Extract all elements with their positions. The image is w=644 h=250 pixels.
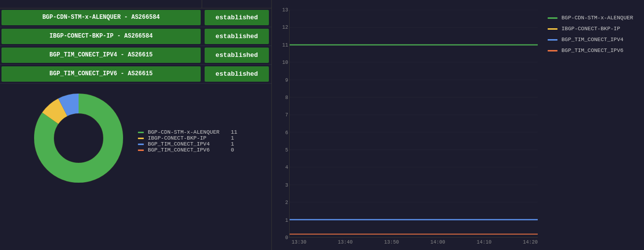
table-row: BGP-CDN-STM-x-ALENQUER - AS266584 establ… xyxy=(0,8,271,27)
table-row: IBGP-CONECT-BKP-IP - AS266584 establishe… xyxy=(0,27,271,46)
legend-color-0 xyxy=(138,132,144,133)
chart-legend-color-1 xyxy=(548,28,558,30)
chart-legend-label-3: BGP_TIM_CONECT_IPV6 xyxy=(561,48,623,53)
chart-legend-color-0 xyxy=(548,17,558,19)
legend-name-1: IBGP-CONECT-BKP-IP xyxy=(148,135,227,141)
legend-value-2: 1 xyxy=(231,141,234,147)
state-header xyxy=(202,0,271,8)
y-label-11: 11 xyxy=(282,42,288,48)
pie-legend-item-1: IBGP-CONECT-BKP-IP 1 xyxy=(138,135,237,141)
peer-name-header xyxy=(0,0,202,8)
chart-legend-item-1: IBGP-CONECT-BKP-IP xyxy=(548,26,637,32)
chart-legend-label-0: BGP-CDN-STM-x-ALENQUER xyxy=(561,15,633,21)
legend-name-0: BGP-CDN-STM-x-ALENQUER xyxy=(148,129,227,135)
y-axis: 131211109876543210 xyxy=(279,10,289,238)
table-header xyxy=(0,0,271,8)
chart-legend: BGP-CDN-STM-x-ALENQUER IBGP-CONECT-BKP-I… xyxy=(538,10,637,245)
peer-cell-3: BGP_TIM_CONECT_IPV6 - AS26615 xyxy=(1,66,201,82)
state-cell-2: established xyxy=(202,46,271,64)
state-cell-0: established xyxy=(202,8,271,27)
chart-legend-color-3 xyxy=(548,50,558,51)
peer-table: BGP-CDN-STM-x-ALENQUER - AS266584 establ… xyxy=(0,0,271,84)
pie-legend: BGP-CDN-STM-x-ALENQUER 11 IBGP-CONECT-BK… xyxy=(138,123,237,153)
table-row: BGP_TIM_CONECT_IPV6 - AS26615 establishe… xyxy=(0,65,271,84)
chart-legend-item-3: BGP_TIM_CONECT_IPV6 xyxy=(548,48,637,53)
legend-name-3: BGP_TIM_CONECT_IPV6 xyxy=(148,147,227,153)
y-label-4: 4 xyxy=(285,165,288,170)
y-label-10: 10 xyxy=(282,60,288,65)
pie-legend-item-0: BGP-CDN-STM-x-ALENQUER 11 xyxy=(138,129,237,135)
left-panel: BGP-CDN-STM-x-ALENQUER - AS266584 establ… xyxy=(0,0,272,250)
y-label-2: 2 xyxy=(285,200,288,205)
x-label-13:40: 13:40 xyxy=(338,240,353,245)
legend-color-2 xyxy=(138,144,144,145)
x-label-14:20: 14:20 xyxy=(523,240,538,245)
legend-value-0: 11 xyxy=(231,129,237,135)
chart-grid xyxy=(289,10,538,238)
state-cell-1: established xyxy=(202,27,271,46)
legend-value-1: 1 xyxy=(231,135,234,141)
x-label-13:50: 13:50 xyxy=(384,240,399,245)
y-label-8: 8 xyxy=(285,95,288,100)
peer-cell-1: IBGP-CONECT-BKP-IP - AS266584 xyxy=(1,29,201,44)
main-container: BGP-CDN-STM-x-ALENQUER - AS266584 establ… xyxy=(0,0,644,250)
y-label-5: 5 xyxy=(285,148,288,153)
y-label-3: 3 xyxy=(285,182,288,188)
state-badge-1: established xyxy=(205,29,269,44)
chart-legend-label-1: IBGP-CONECT-BKP-IP xyxy=(561,26,620,32)
chart-legend-label-2: BGP_TIM_CONECT_IPV4 xyxy=(561,37,623,43)
legend-color-3 xyxy=(138,150,144,151)
y-label-0: 0 xyxy=(285,235,288,241)
state-badge-0: established xyxy=(205,10,269,25)
chart-area: 131211109876543210 xyxy=(279,10,637,245)
x-axis: 13:3013:4013:5014:0014:1014:20 xyxy=(279,238,538,245)
chart-legend-color-2 xyxy=(548,39,558,41)
x-label-13:30: 13:30 xyxy=(292,240,306,245)
svg-point-4 xyxy=(55,114,102,162)
y-label-12: 12 xyxy=(282,25,288,30)
y-label-1: 1 xyxy=(285,217,288,223)
x-label-14:10: 14:10 xyxy=(476,240,491,245)
pie-content: BGP-CDN-STM-x-ALENQUER 11 IBGP-CONECT-BK… xyxy=(34,94,237,183)
y-label-9: 9 xyxy=(285,77,288,83)
peer-cell-2: BGP_TIM_CONECT_IPV4 - AS26615 xyxy=(1,48,201,63)
chart-legend-item-2: BGP_TIM_CONECT_IPV4 xyxy=(548,37,637,43)
state-cell-3: established xyxy=(202,65,271,83)
table-row: BGP_TIM_CONECT_IPV4 - AS26615 establishe… xyxy=(0,46,271,65)
y-label-6: 6 xyxy=(285,130,288,135)
right-panel: 131211109876543210 xyxy=(272,0,644,250)
pie-legend-item-3: BGP_TIM_CONECT_IPV6 0 xyxy=(138,147,237,153)
chart-legend-item-0: BGP-CDN-STM-x-ALENQUER xyxy=(548,15,637,21)
pie-chart xyxy=(34,94,123,183)
y-label-7: 7 xyxy=(285,112,288,118)
x-label-14:00: 14:00 xyxy=(430,240,445,245)
peer-cell-0: BGP-CDN-STM-x-ALENQUER - AS266584 xyxy=(1,10,201,25)
legend-name-2: BGP_TIM_CONECT_IPV4 xyxy=(148,141,227,147)
chart-main: 131211109876543210 xyxy=(279,10,538,245)
state-badge-2: established xyxy=(205,48,269,63)
legend-value-3: 0 xyxy=(231,147,234,153)
y-label-13: 13 xyxy=(282,7,288,13)
pie-legend-item-2: BGP_TIM_CONECT_IPV4 1 xyxy=(138,141,237,147)
legend-color-1 xyxy=(138,138,144,139)
pie-section: BGP-CDN-STM-x-ALENQUER 11 IBGP-CONECT-BK… xyxy=(0,84,271,250)
state-badge-3: established xyxy=(205,66,269,82)
